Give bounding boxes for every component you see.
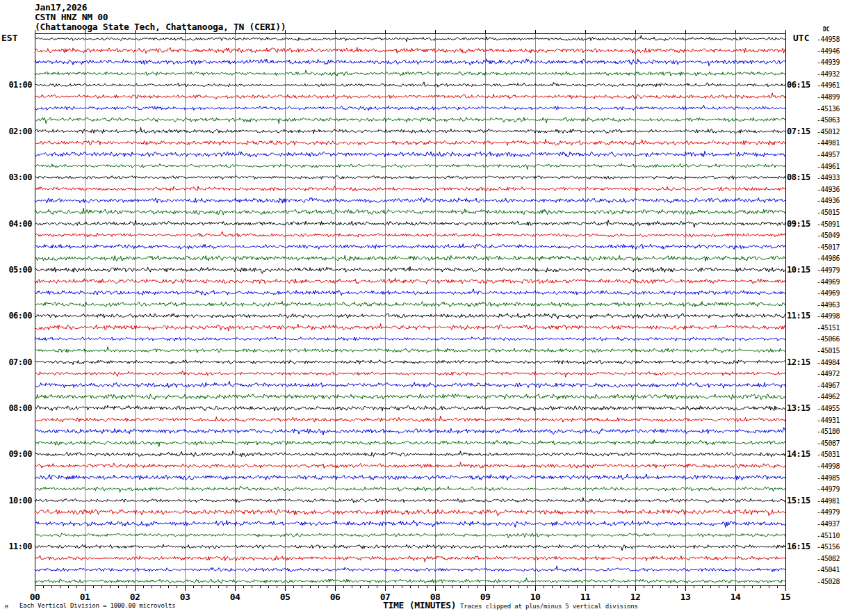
seismogram-trace-row-38	[35, 474, 785, 480]
utc-hour-label: 14:15	[787, 449, 817, 459]
dc-offset-value-row-2: -44939	[802, 59, 840, 66]
x-tick-label-15: 15	[776, 592, 795, 602]
seismogram-trace-row-40	[35, 498, 785, 503]
x-tick-label-03: 03	[175, 592, 195, 602]
seismogram-trace-row-35	[35, 440, 785, 447]
utc-hour-label: 07:15	[787, 127, 817, 136]
plot-border	[35, 34, 786, 586]
seismogram-trace-row-47	[35, 578, 785, 583]
dc-offset-value-row-42: -44937	[802, 521, 840, 528]
seismogram-trace-row-18	[35, 244, 785, 250]
x-tick-label-11: 11	[575, 592, 595, 602]
seismogram-trace-row-32	[35, 405, 785, 411]
utc-hour-label: 15:15	[787, 496, 817, 505]
seismogram-trace-row-30	[35, 381, 785, 388]
dc-offset-value-row-19: -44986	[802, 255, 840, 262]
seismogram-trace-row-43	[35, 533, 785, 538]
seismogram-trace-row-13	[35, 186, 785, 191]
dc-offset-value-row-3: -44932	[802, 71, 840, 78]
dc-offset-value-row-34: -45180	[802, 428, 840, 435]
seismogram-trace-row-0	[35, 35, 785, 42]
seismogram-trace-row-36	[35, 451, 785, 457]
seismogram-trace-row-46	[35, 566, 785, 572]
x-tick-label-00: 00	[25, 592, 44, 602]
dc-offset-value-row-29: -44972	[802, 371, 840, 378]
vertical-division-note: Each Vertical Division = 1000.00 microvo…	[19, 602, 175, 609]
est-hour-label: 07:00	[0, 357, 32, 367]
x-tick-label-09: 09	[475, 592, 495, 602]
utc-hour-label: 08:15	[787, 172, 817, 182]
seismogram-trace-row-34	[35, 428, 785, 435]
dc-offset-value-row-17: -45049	[802, 232, 840, 239]
seismogram-trace-row-6	[35, 105, 785, 111]
dc-offset-value-row-46: -45041	[802, 567, 840, 574]
dc-offset-value-row-39: -44979	[802, 486, 840, 493]
dc-offset-value-row-9: -44981	[802, 140, 840, 147]
x-tick-label-01: 01	[75, 592, 95, 602]
est-hour-label: 01:00	[0, 80, 32, 90]
x-tick-label-10: 10	[525, 592, 545, 602]
seismogram-trace-row-3	[35, 70, 785, 76]
seismogram-trace-row-27	[35, 347, 785, 353]
dc-offset-value-row-1: -44946	[802, 48, 840, 55]
seismogram-trace-row-23	[35, 302, 785, 307]
seismogram-trace-row-26	[35, 337, 785, 341]
seismogram-trace-row-16	[35, 220, 785, 227]
dc-offset-value-row-13: -44936	[802, 186, 840, 193]
dc-offset-value-row-18: -45017	[802, 244, 840, 251]
utc-hour-label: 11:15	[787, 311, 817, 321]
seismogram-trace-row-10	[35, 152, 785, 158]
x-tick-label-05: 05	[275, 592, 295, 602]
utc-hour-label: 16:15	[787, 542, 817, 551]
est-hour-label: 09:00	[0, 449, 32, 459]
dc-offset-value-row-37: -44998	[802, 463, 840, 470]
dc-offset-value-row-30: -44967	[802, 382, 840, 389]
dc-offset-value-row-45: -45082	[802, 556, 840, 562]
utc-hour-label: 12:15	[787, 357, 817, 367]
x-tick-label-04: 04	[225, 592, 245, 602]
utc-hour-label: 10:15	[787, 265, 817, 275]
seismogram-trace-row-19	[35, 255, 785, 261]
dc-offset-value-row-27: -45015	[802, 348, 840, 355]
x-tick-label-02: 02	[125, 592, 145, 602]
seismogram-plot	[0, 0, 841, 616]
seismogram-trace-row-37	[35, 462, 785, 469]
seismogram-trace-row-28	[35, 360, 785, 365]
dc-offset-value-row-38: -44985	[802, 475, 840, 482]
dc-offset-value-row-41: -44979	[802, 509, 840, 516]
dc-offset-value-row-35: -45087	[802, 440, 840, 447]
est-hour-label: 04:00	[0, 219, 32, 229]
dc-offset-value-row-25: -45151	[802, 325, 840, 332]
seismogram-trace-row-11	[35, 163, 785, 169]
seismogram-trace-row-8	[35, 127, 785, 133]
x-axis-title: TIME (MINUTES)	[383, 600, 456, 610]
x-tick-label-12: 12	[626, 592, 645, 602]
est-hour-label: 02:00	[0, 127, 32, 136]
dc-offset-value-row-31: -44962	[802, 394, 840, 400]
dc-offset-value-row-6: -45136	[802, 106, 840, 113]
seismogram-trace-row-33	[35, 416, 785, 422]
dc-offset-value-row-7: -45063	[802, 117, 840, 124]
est-hour-label: 08:00	[0, 403, 32, 413]
seismogram-trace-row-14	[35, 197, 785, 203]
utc-hour-label: 13:15	[787, 403, 817, 413]
seismogram-trace-row-17	[35, 232, 785, 237]
dc-offset-value-row-22: -44969	[802, 290, 840, 297]
dc-offset-value-row-21: -44969	[802, 279, 840, 286]
x-tick-label-06: 06	[325, 592, 345, 602]
dc-offset-value-row-14: -44936	[802, 197, 840, 204]
seismogram-trace-row-1	[35, 47, 785, 54]
dc-offset-value-row-10: -44957	[802, 152, 840, 159]
seismogram-trace-row-42	[35, 520, 785, 527]
seismogram-trace-row-22	[35, 289, 785, 295]
est-hour-label: 03:00	[0, 172, 32, 182]
utc-hour-label: 09:15	[787, 219, 817, 229]
est-hour-label: 06:00	[0, 311, 32, 321]
seismogram-trace-row-21	[35, 278, 785, 284]
est-hour-label: 11:00	[0, 542, 32, 551]
seismogram-trace-row-15	[35, 208, 785, 214]
seismogram-trace-row-7	[35, 117, 785, 124]
dc-offset-value-row-11: -44961	[802, 163, 840, 170]
dc-offset-value-row-15: -45015	[802, 209, 840, 216]
x-tick-label-13: 13	[676, 592, 695, 602]
